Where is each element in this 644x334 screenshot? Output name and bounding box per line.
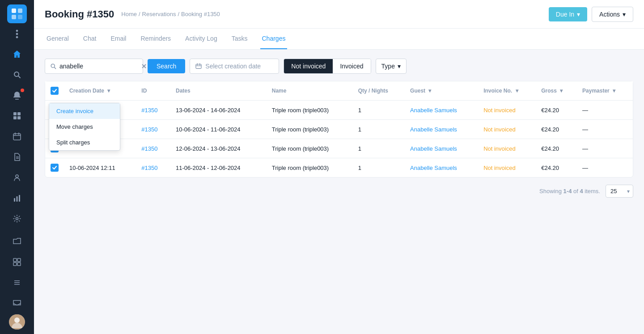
select-all-checkbox[interactable]	[51, 87, 59, 95]
sidebar-item-calendar[interactable]	[7, 127, 27, 146]
not-invoiced-toggle[interactable]: Not invoiced	[284, 59, 333, 73]
sidebar-item-modules[interactable]	[7, 253, 27, 271]
type-filter[interactable]: Type ▾	[376, 59, 407, 74]
header-gross[interactable]: Gross ▾	[536, 81, 577, 101]
booking-id-link[interactable]: #1350	[141, 145, 157, 152]
invoiced-toggle[interactable]: Invoiced	[333, 59, 370, 73]
sidebar-item-list[interactable]	[7, 273, 27, 292]
search-icon	[50, 63, 57, 70]
app-logo[interactable]	[7, 4, 27, 23]
svg-point-19	[16, 175, 18, 178]
dropdown-move-charges[interactable]: Move charges	[49, 119, 120, 135]
sidebar-item-documents[interactable]	[7, 148, 27, 166]
tab-general[interactable]: General	[45, 29, 71, 49]
tab-tasks[interactable]: Tasks	[230, 29, 250, 49]
row-name: Triple room (triple003)	[267, 120, 353, 139]
header-actions: Due In ▾ Actions ▾	[549, 7, 633, 22]
svg-line-34	[54, 67, 55, 68]
tab-email[interactable]: Email	[109, 29, 128, 49]
booking-id-link[interactable]: #1350	[141, 126, 157, 133]
row-id: #1350	[136, 120, 170, 139]
guest-link[interactable]: Anabelle Samuels	[410, 145, 457, 152]
svg-rect-11	[13, 116, 17, 119]
header-invoice-no[interactable]: Invoice No. ▾	[478, 81, 536, 101]
row-name: Triple room (triple003)	[267, 101, 353, 120]
guest-link[interactable]: Anabelle Samuels	[410, 107, 457, 114]
sidebar-item-folders[interactable]	[7, 232, 27, 250]
svg-rect-0	[12, 8, 16, 13]
sidebar-item-home[interactable]	[7, 45, 27, 63]
svg-rect-22	[19, 195, 20, 202]
header-creation-date[interactable]: Creation Date ▾	[64, 81, 136, 101]
row-gross: €24.20	[536, 120, 577, 139]
row-qty-nights: 1	[353, 120, 405, 139]
actions-button[interactable]: Actions ▾	[592, 7, 633, 22]
row-name: Triple room (triple003)	[267, 158, 353, 178]
invoice-status-badge: Not invoiced	[483, 126, 516, 133]
row-invoice-no: Not invoiced	[478, 101, 536, 120]
sidebar-item-inbox[interactable]	[7, 294, 27, 313]
sidebar-item-settings[interactable]	[7, 209, 27, 228]
due-in-button[interactable]: Due In ▾	[549, 7, 587, 21]
sidebar-item-guests[interactable]	[7, 168, 27, 187]
breadcrumb-reservations[interactable]: Reservations	[142, 11, 176, 17]
svg-point-6	[16, 36, 18, 38]
page-title: Booking #1350	[45, 8, 114, 20]
main-content: Booking #1350 Home / Reservations / Book…	[34, 0, 644, 334]
search-wrapper	[45, 59, 143, 74]
date-filter[interactable]: Select creation date	[190, 59, 279, 74]
booking-id-link[interactable]: #1350	[141, 165, 157, 171]
header-guest[interactable]: Guest ▾	[405, 81, 478, 101]
sidebar-item-search[interactable]	[7, 65, 27, 84]
search-clear-button[interactable]	[140, 63, 148, 70]
row-id: #1350	[136, 158, 170, 178]
header-name: Name	[267, 81, 353, 101]
page-size-select[interactable]: 10 25 50 100	[606, 185, 633, 198]
dropdown-create-invoice[interactable]: Create invoice	[49, 103, 120, 119]
header-paymaster[interactable]: Paymaster ▾	[577, 81, 633, 101]
svg-rect-24	[13, 258, 17, 262]
tab-charges[interactable]: Charges	[260, 29, 288, 49]
row-guest: Anabelle Samuels	[405, 158, 478, 178]
sidebar-item-notifications[interactable]	[7, 86, 27, 105]
row-invoice-no: Not invoiced	[478, 158, 536, 178]
search-input[interactable]	[57, 59, 140, 73]
row-name: Triple room (triple003)	[267, 139, 353, 158]
sidebar-item-dashboard[interactable]	[7, 106, 27, 125]
context-dropdown-menu: Create invoice Move charges Split charge…	[49, 103, 120, 151]
row-creation-date: 10-06-2024 12:11	[64, 158, 136, 178]
sidebar-toggle[interactable]	[12, 29, 22, 39]
pagination-showing-text: Showing 1-4 of 4 items.	[539, 188, 600, 194]
notification-badge	[21, 89, 24, 92]
breadcrumb-home[interactable]: Home	[121, 11, 137, 17]
row-qty-nights: 1	[353, 139, 405, 158]
guest-link[interactable]: Anabelle Samuels	[410, 126, 457, 133]
tab-reminders[interactable]: Reminders	[139, 29, 173, 49]
row-guest: Anabelle Samuels	[405, 101, 478, 120]
table-row: 10-06-2024 12:11 #1350 10-06-2024 - 11-0…	[45, 120, 633, 139]
avatar[interactable]	[9, 314, 25, 330]
pagination: Showing 1-4 of 4 items. 10 25 50 100	[45, 178, 633, 199]
table-row: 10-06-2024 12:11 #1350 13-06-2024 - 14-0…	[45, 101, 633, 120]
row-guest: Anabelle Samuels	[405, 120, 478, 139]
row-dates: 12-06-2024 - 13-06-2024	[170, 139, 267, 158]
row-checkbox-cell	[45, 158, 64, 178]
svg-rect-26	[13, 262, 17, 266]
sidebar	[0, 0, 34, 334]
row-dates: 10-06-2024 - 11-06-2024	[170, 120, 267, 139]
booking-id-link[interactable]: #1350	[141, 107, 157, 114]
tab-chat[interactable]: Chat	[81, 29, 98, 49]
search-button[interactable]: Search	[148, 59, 185, 73]
row-checkbox-3[interactable]	[51, 164, 59, 172]
booking-title: Booking #1350	[45, 8, 114, 20]
charges-data-table: Creation Date ▾ ID Dates Name Qty / Nigh…	[45, 81, 633, 177]
invoice-toggle-group: Not invoiced Invoiced	[284, 59, 371, 74]
dropdown-split-charges[interactable]: Split charges	[49, 135, 120, 150]
header-id: ID	[136, 81, 170, 101]
tab-activity-log[interactable]: Activity Log	[183, 29, 219, 49]
row-guest: Anabelle Samuels	[405, 139, 478, 158]
sidebar-item-reports[interactable]	[7, 189, 27, 207]
svg-rect-27	[17, 262, 21, 266]
guest-link[interactable]: Anabelle Samuels	[410, 165, 457, 171]
svg-rect-21	[17, 196, 18, 202]
